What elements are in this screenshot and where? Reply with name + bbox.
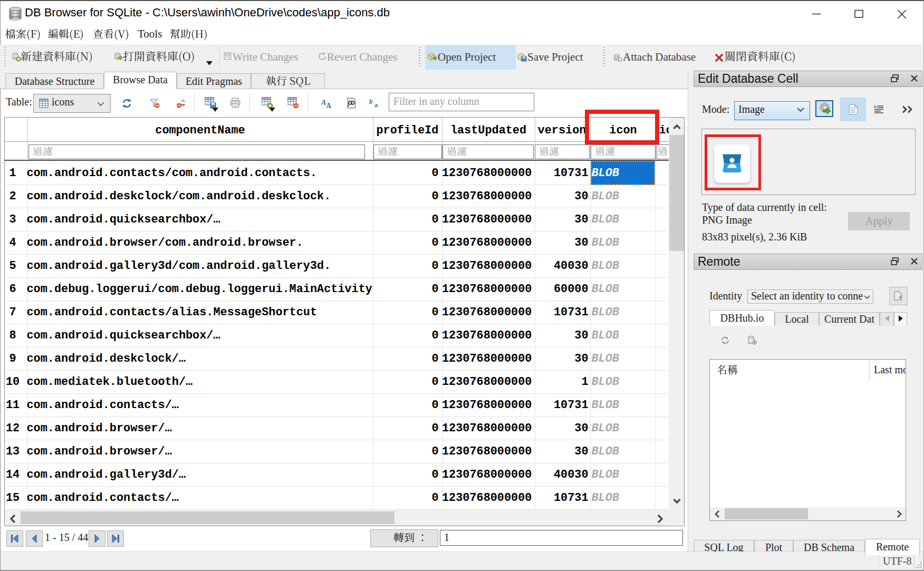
svg-text:b: b bbox=[369, 99, 373, 105]
svg-text:A: A bbox=[321, 99, 326, 107]
svg-text:A: A bbox=[326, 102, 332, 109]
svg-text:a: a bbox=[374, 101, 378, 108]
